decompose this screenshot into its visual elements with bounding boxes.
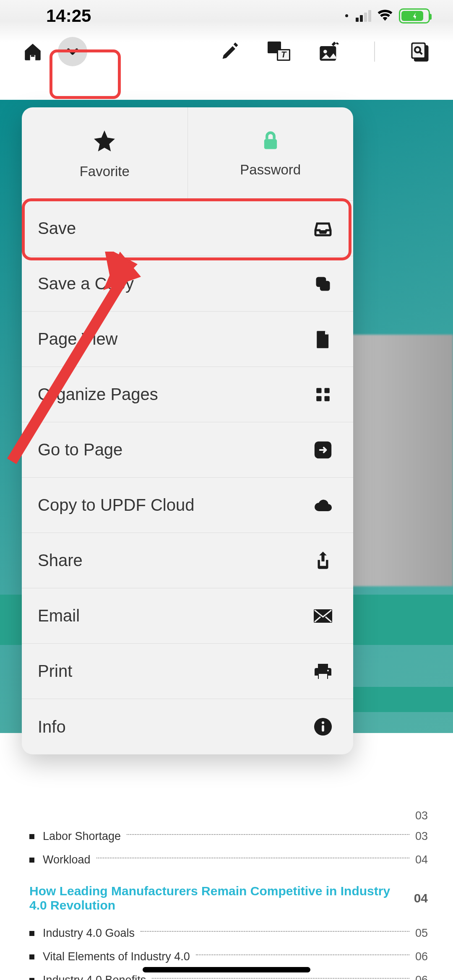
svg-rect-26 — [322, 725, 324, 731]
info-icon — [313, 717, 333, 737]
svg-rect-17 — [325, 388, 330, 393]
dropdown-menu: Favorite Password Save Save a Copy Page … — [22, 107, 353, 754]
password-label: Password — [240, 162, 301, 178]
page-icon — [313, 329, 333, 349]
menu-email[interactable]: Email — [22, 588, 353, 644]
favorite-button[interactable]: Favorite — [22, 107, 188, 200]
svg-point-23 — [327, 670, 329, 671]
password-button[interactable]: Password — [188, 107, 354, 200]
menu-print[interactable]: Print — [22, 644, 353, 699]
star-icon — [92, 128, 117, 153]
copy-icon — [313, 274, 333, 294]
highlighter-button[interactable] — [218, 40, 242, 63]
menu-organize-pages[interactable]: Organize Pages — [22, 367, 353, 422]
toolbar-separator — [374, 42, 375, 62]
svg-point-6 — [323, 50, 327, 54]
image-text-button[interactable]: T — [268, 40, 291, 63]
toolbar: T — [0, 31, 453, 72]
image-edit-button[interactable] — [317, 40, 341, 63]
svg-point-25 — [322, 721, 324, 724]
toc-item[interactable]: Industry 4.0 Benefits06 — [29, 974, 428, 980]
menu-share[interactable]: Share — [22, 533, 353, 588]
svg-rect-16 — [316, 388, 321, 393]
home-button[interactable] — [21, 40, 44, 63]
menu-page-view[interactable]: Page View — [22, 312, 353, 367]
svg-text:T: T — [281, 50, 287, 59]
search-pages-button[interactable] — [409, 40, 432, 63]
print-icon — [313, 661, 333, 681]
toc-heading[interactable]: How Leading Manufacturers Remain Competi… — [29, 884, 428, 912]
svg-rect-15 — [320, 281, 330, 291]
svg-rect-18 — [316, 396, 321, 401]
dropdown-toggle-button[interactable] — [58, 37, 87, 66]
menu-goto-page[interactable]: Go to Page — [22, 422, 353, 478]
svg-point-7 — [336, 42, 338, 44]
status-bar: 14:25 — [0, 0, 453, 31]
toc-item[interactable]: Workload04 — [29, 853, 428, 866]
status-time: 14:25 — [46, 6, 91, 26]
cloud-icon — [313, 495, 333, 515]
status-icons — [345, 7, 430, 25]
menu-save-copy[interactable]: Save a Copy — [22, 256, 353, 312]
dual-sim-icon — [345, 14, 348, 17]
signal-icon — [356, 10, 371, 22]
home-indicator[interactable] — [143, 967, 310, 972]
favorite-label: Favorite — [80, 164, 130, 179]
inbox-icon — [313, 218, 333, 239]
grid-icon — [313, 385, 333, 405]
svg-rect-22 — [319, 674, 327, 679]
menu-save[interactable]: Save — [22, 201, 353, 256]
menu-copy-cloud[interactable]: Copy to UPDF Cloud — [22, 478, 353, 533]
svg-rect-19 — [325, 396, 330, 401]
share-icon — [313, 551, 333, 571]
mail-icon — [313, 606, 333, 626]
svg-rect-13 — [264, 139, 277, 149]
arrow-right-icon — [313, 440, 333, 460]
battery-charging-icon — [399, 8, 430, 23]
lock-icon — [260, 130, 281, 152]
table-of-contents: 03 Labor Shortage03 Workload04 How Leadi… — [29, 809, 428, 980]
toc-item[interactable]: Industry 4.0 Goals05 — [29, 927, 428, 940]
svg-rect-0 — [31, 55, 34, 57]
toc-item[interactable]: Labor Shortage03 — [29, 830, 428, 843]
menu-info[interactable]: Info — [22, 699, 353, 754]
wifi-icon — [377, 7, 393, 25]
toc-page-number: 03 — [415, 809, 428, 822]
toc-item[interactable]: Vital Elements of Industry 4.006 — [29, 950, 428, 963]
